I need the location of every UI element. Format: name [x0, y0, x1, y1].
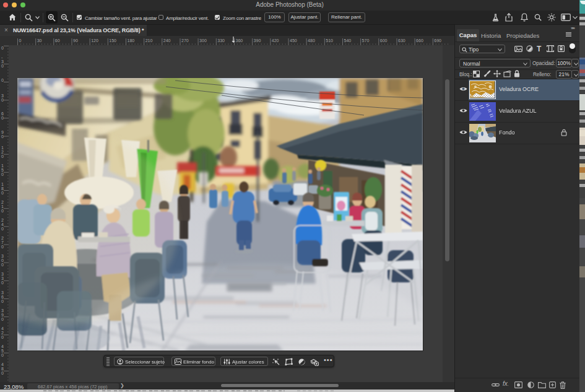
svg-text:0: 0 [1, 209, 4, 213]
svg-text:0: 0 [1, 258, 4, 263]
svg-text:2: 2 [1, 236, 4, 240]
svg-text:4: 4 [1, 222, 4, 227]
svg-text:0: 0 [1, 353, 4, 357]
svg-text:330: 330 [217, 38, 225, 43]
svg-text:0: 0 [1, 371, 4, 375]
svg-text:1: 1 [1, 204, 4, 209]
svg-text:240: 240 [163, 38, 171, 43]
svg-text:1: 1 [1, 146, 4, 150]
svg-text:7: 7 [1, 240, 4, 245]
svg-text:150: 150 [109, 38, 116, 43]
svg-text:6: 6 [1, 295, 4, 299]
svg-text:8: 8 [1, 367, 4, 371]
svg-text:630: 630 [398, 38, 405, 43]
svg-text:2: 2 [1, 200, 4, 204]
svg-text:0: 0 [1, 335, 4, 339]
svg-text:660: 660 [416, 38, 423, 43]
svg-text:0: 0 [1, 64, 4, 68]
svg-text:210: 210 [145, 38, 153, 43]
svg-text:0: 0 [1, 78, 4, 82]
svg-text:90: 90 [73, 38, 78, 43]
svg-text:510: 510 [326, 38, 333, 43]
svg-text:6: 6 [1, 111, 4, 116]
svg-text:0: 0 [1, 317, 4, 321]
svg-text:0: 0 [1, 245, 4, 249]
svg-text:300: 300 [199, 38, 207, 43]
svg-text:4: 4 [1, 326, 4, 331]
svg-text:480: 480 [308, 38, 315, 43]
svg-text:4: 4 [1, 344, 4, 349]
svg-text:0: 0 [1, 191, 4, 195]
svg-text:3: 3 [1, 254, 4, 258]
svg-text:450: 450 [290, 38, 297, 43]
svg-text:8: 8 [1, 186, 4, 191]
svg-text:9: 9 [1, 130, 4, 134]
svg-text:2: 2 [1, 150, 4, 154]
svg-text:0: 0 [1, 116, 4, 120]
svg-text:0: 0 [1, 299, 4, 303]
svg-text:3: 3 [1, 308, 4, 313]
svg-text:3: 3 [1, 276, 4, 281]
svg-text:0: 0 [1, 134, 4, 139]
svg-text:-: - [1, 55, 3, 59]
svg-text:3: 3 [1, 59, 4, 64]
svg-text:600: 600 [380, 38, 388, 43]
svg-text:0: 0 [1, 281, 4, 285]
svg-text:4: 4 [1, 362, 4, 367]
svg-text:180: 180 [128, 38, 135, 43]
svg-text:3: 3 [1, 94, 4, 98]
svg-text:9: 9 [1, 313, 4, 317]
svg-text:1: 1 [1, 163, 4, 168]
svg-text:690: 690 [434, 38, 441, 43]
svg-text:420: 420 [272, 38, 279, 43]
svg-text:390: 390 [254, 38, 261, 43]
svg-text:570: 570 [362, 38, 370, 43]
svg-text:120: 120 [91, 38, 98, 43]
svg-text:0: 0 [19, 38, 22, 43]
svg-text:0: 0 [1, 46, 4, 50]
svg-text:270: 270 [181, 38, 189, 43]
svg-text:0: 0 [1, 172, 4, 176]
svg-text:0: 0 [1, 263, 4, 267]
svg-text:3: 3 [1, 290, 4, 295]
svg-text:60: 60 [55, 38, 60, 43]
svg-text:360: 360 [236, 38, 243, 43]
svg-text:3: 3 [1, 272, 4, 276]
svg-text:1: 1 [1, 182, 4, 186]
svg-text:5: 5 [1, 349, 4, 353]
svg-text:5: 5 [1, 168, 4, 172]
svg-text:2: 2 [1, 218, 4, 222]
svg-text:0: 0 [1, 154, 4, 159]
svg-text:0: 0 [1, 98, 4, 102]
svg-text:0: 0 [1, 227, 4, 231]
svg-text:2: 2 [1, 331, 4, 335]
svg-text:540: 540 [344, 38, 352, 43]
svg-text:30: 30 [37, 38, 42, 43]
